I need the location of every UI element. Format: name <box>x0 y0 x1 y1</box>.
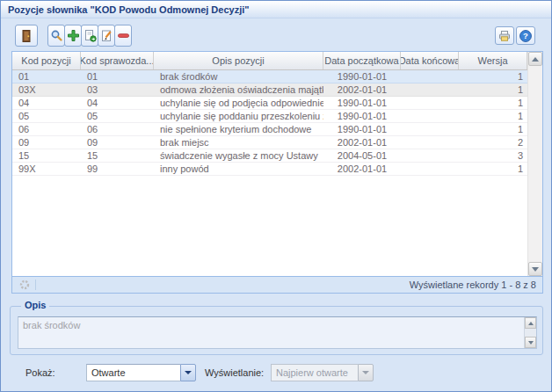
column-header[interactable]: Wersja <box>459 52 527 69</box>
cell-data_konc <box>401 83 459 96</box>
cell-data_pocz: 2002-01-01 <box>323 136 401 149</box>
table-row[interactable]: 1515świadczenie wygasłe z mocy Ustawy200… <box>12 149 527 163</box>
help-icon: ? <box>519 29 533 43</box>
table-row[interactable]: 0101brak środków1990-01-011 <box>12 70 527 83</box>
print-button[interactable] <box>495 26 514 45</box>
wyswietlanie-select[interactable]: Najpierw otwarte <box>271 364 374 381</box>
cell-opis: brak miejsc <box>154 136 323 149</box>
table-row[interactable]: 0404uchylanie się od podjęcia odpowiedni… <box>12 97 527 110</box>
cell-data_pocz: 1990-01-01 <box>323 97 401 109</box>
document-arrow-icon <box>84 29 97 42</box>
table-row[interactable]: 0505uchylanie się poddaniu przeszkoleniu… <box>12 110 527 123</box>
cell-kod_spr: 04 <box>81 97 154 109</box>
cell-wersja: 2 <box>459 136 527 149</box>
cell-data_pocz: 1990-01-01 <box>323 123 401 135</box>
cell-wersja: 1 <box>459 110 527 122</box>
help-button[interactable]: ? <box>516 26 535 45</box>
chevron-down-icon <box>185 371 192 374</box>
page-title: Pozycje słownika "KOD Powodu Odmownej De… <box>8 4 249 15</box>
column-header[interactable]: Kod pozycji <box>12 52 81 69</box>
column-header[interactable]: Opis pozycji <box>154 52 323 69</box>
cell-opis: brak środków <box>154 70 323 83</box>
cell-kod: 01 <box>12 70 81 83</box>
cell-opis: inny powód <box>154 163 323 175</box>
cell-data_pocz: 1990-01-01 <box>323 70 401 83</box>
column-header[interactable]: Data końcowa <box>401 52 459 69</box>
cell-data_konc <box>401 110 459 122</box>
edit-button[interactable] <box>98 25 115 47</box>
pokaz-dropdown-trigger[interactable] <box>180 364 196 381</box>
cell-kod: 06 <box>12 123 81 135</box>
table-row[interactable]: 0909brak miejsc2002-01-012 <box>12 136 527 149</box>
new-version-button[interactable] <box>81 25 98 47</box>
wyswietlanie-selected-value: Najpierw otwarte <box>271 364 358 381</box>
grid-empty-area <box>12 176 527 276</box>
add-button[interactable] <box>64 25 82 47</box>
cell-opis: odmowa złożenia oświadczenia majątkowego <box>154 83 323 96</box>
cell-wersja: 1 <box>459 163 527 175</box>
pokaz-select[interactable]: Otwarte <box>86 364 196 381</box>
scroll-down-button[interactable] <box>528 262 542 276</box>
cell-kod: 03X <box>12 83 81 96</box>
cell-data_pocz: 2002-01-01 <box>323 83 401 96</box>
cell-kod_spr: 06 <box>81 123 154 135</box>
cell-data_pocz: 2004-05-01 <box>323 149 401 162</box>
delete-button[interactable] <box>114 25 132 47</box>
column-header[interactable]: Kod sprawozda... <box>81 52 154 69</box>
cell-opis: uchylanie się od podjęcia odpowiedniej p… <box>154 97 323 109</box>
cell-data_konc <box>401 163 459 175</box>
svg-text:?: ? <box>523 31 528 40</box>
cell-wersja: 1 <box>459 70 527 83</box>
grid-header: Kod pozycjiKod sprawozda...Opis pozycjiD… <box>12 52 527 70</box>
cell-data_pocz: 2002-01-01 <box>323 163 401 175</box>
cell-wersja: 3 <box>459 149 527 162</box>
pokaz-selected-value: Otwarte <box>86 364 180 381</box>
cell-kod_spr: 99 <box>81 163 154 175</box>
column-header[interactable]: Data początkowa <box>323 52 401 69</box>
dictionary-grid: Kod pozycjiKod sprawozda...Opis pozycjiD… <box>11 51 543 294</box>
opis-scroll-down-button[interactable] <box>525 337 536 348</box>
wyswietlanie-dropdown-trigger[interactable] <box>358 364 374 381</box>
cell-data_pocz: 1990-01-01 <box>323 110 401 122</box>
arrow-up-icon <box>528 322 534 325</box>
arrow-down-icon <box>528 341 534 345</box>
opis-value: brak środków <box>18 317 524 348</box>
arrow-down-icon <box>532 267 539 272</box>
cell-wersja: 1 <box>459 83 527 96</box>
chevron-down-icon <box>362 371 369 374</box>
window-titlebar: Pozycje słownika "KOD Powodu Odmownej De… <box>1 1 551 18</box>
table-row[interactable]: 99X99inny powód2002-01-011 <box>12 163 527 176</box>
search-button[interactable] <box>47 25 65 47</box>
cell-data_konc <box>401 97 459 109</box>
statusbar-divider <box>35 279 36 290</box>
table-row[interactable]: 0606nie spełnione kryterium dochodowe199… <box>12 123 527 136</box>
cell-kod: 09 <box>12 136 81 149</box>
cell-opis: nie spełnione kryterium dochodowe <box>154 123 323 135</box>
cell-data_konc <box>401 123 459 135</box>
cell-kod_spr: 15 <box>81 149 154 162</box>
cell-opis: świadczenie wygasłe z mocy Ustawy <box>154 149 323 162</box>
exit-button[interactable] <box>15 25 38 47</box>
cell-kod: 05 <box>12 110 81 122</box>
minus-icon <box>117 29 130 42</box>
opis-scrollbar[interactable] <box>524 317 536 348</box>
scroll-up-button[interactable] <box>528 52 542 66</box>
opis-fieldset: Opis brak środków <box>10 306 543 355</box>
plus-icon <box>67 29 80 42</box>
opis-textarea[interactable]: brak środków <box>18 316 537 349</box>
printer-icon <box>498 29 512 43</box>
cell-kod_spr: 01 <box>81 70 154 83</box>
grid-vertical-scrollbar[interactable] <box>527 52 542 276</box>
cell-wersja: 1 <box>459 123 527 135</box>
door-icon <box>19 29 33 43</box>
grid-statusbar: Wyświetlane rekordy 1 - 8 z 8 <box>12 276 542 293</box>
edit-pencil-icon <box>100 29 113 42</box>
wyswietlanie-label: Wyświetlanie: <box>205 367 264 378</box>
records-count-label: Wyświetlane rekordy 1 - 8 z 8 <box>410 279 536 290</box>
cell-data_konc <box>401 149 459 162</box>
cell-data_konc <box>401 70 459 83</box>
opis-scroll-up-button[interactable] <box>525 317 536 329</box>
search-icon <box>50 29 63 42</box>
gear-icon[interactable] <box>18 279 31 291</box>
table-row[interactable]: 03X03odmowa złożenia oświadczenia majątk… <box>12 83 527 97</box>
